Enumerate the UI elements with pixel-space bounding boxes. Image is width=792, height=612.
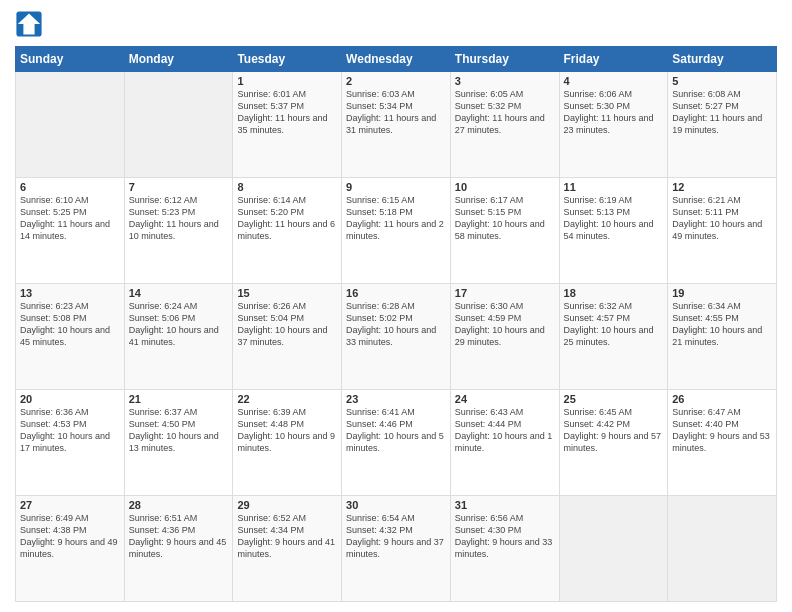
- calendar-cell: 24Sunrise: 6:43 AM Sunset: 4:44 PM Dayli…: [450, 390, 559, 496]
- day-info: Sunrise: 6:43 AM Sunset: 4:44 PM Dayligh…: [455, 406, 555, 455]
- calendar-cell: 8Sunrise: 6:14 AM Sunset: 5:20 PM Daylig…: [233, 178, 342, 284]
- day-info: Sunrise: 6:41 AM Sunset: 4:46 PM Dayligh…: [346, 406, 446, 455]
- day-info: Sunrise: 6:08 AM Sunset: 5:27 PM Dayligh…: [672, 88, 772, 137]
- day-info: Sunrise: 6:14 AM Sunset: 5:20 PM Dayligh…: [237, 194, 337, 243]
- day-info: Sunrise: 6:47 AM Sunset: 4:40 PM Dayligh…: [672, 406, 772, 455]
- day-number: 8: [237, 181, 337, 193]
- day-info: Sunrise: 6:37 AM Sunset: 4:50 PM Dayligh…: [129, 406, 229, 455]
- day-number: 23: [346, 393, 446, 405]
- day-info: Sunrise: 6:01 AM Sunset: 5:37 PM Dayligh…: [237, 88, 337, 137]
- day-info: Sunrise: 6:10 AM Sunset: 5:25 PM Dayligh…: [20, 194, 120, 243]
- calendar-cell: 4Sunrise: 6:06 AM Sunset: 5:30 PM Daylig…: [559, 72, 668, 178]
- day-number: 3: [455, 75, 555, 87]
- day-number: 14: [129, 287, 229, 299]
- calendar-cell: 9Sunrise: 6:15 AM Sunset: 5:18 PM Daylig…: [342, 178, 451, 284]
- calendar-cell: 28Sunrise: 6:51 AM Sunset: 4:36 PM Dayli…: [124, 496, 233, 602]
- calendar-cell: 31Sunrise: 6:56 AM Sunset: 4:30 PM Dayli…: [450, 496, 559, 602]
- day-number: 16: [346, 287, 446, 299]
- day-header-sunday: Sunday: [16, 47, 125, 72]
- day-info: Sunrise: 6:15 AM Sunset: 5:18 PM Dayligh…: [346, 194, 446, 243]
- day-info: Sunrise: 6:23 AM Sunset: 5:08 PM Dayligh…: [20, 300, 120, 349]
- day-header-friday: Friday: [559, 47, 668, 72]
- day-number: 20: [20, 393, 120, 405]
- day-info: Sunrise: 6:19 AM Sunset: 5:13 PM Dayligh…: [564, 194, 664, 243]
- day-info: Sunrise: 6:51 AM Sunset: 4:36 PM Dayligh…: [129, 512, 229, 561]
- calendar-cell: 29Sunrise: 6:52 AM Sunset: 4:34 PM Dayli…: [233, 496, 342, 602]
- calendar-cell: 6Sunrise: 6:10 AM Sunset: 5:25 PM Daylig…: [16, 178, 125, 284]
- calendar-cell: 22Sunrise: 6:39 AM Sunset: 4:48 PM Dayli…: [233, 390, 342, 496]
- calendar-cell: 10Sunrise: 6:17 AM Sunset: 5:15 PM Dayli…: [450, 178, 559, 284]
- day-number: 17: [455, 287, 555, 299]
- calendar-table: SundayMondayTuesdayWednesdayThursdayFrid…: [15, 46, 777, 602]
- calendar-cell: 7Sunrise: 6:12 AM Sunset: 5:23 PM Daylig…: [124, 178, 233, 284]
- day-number: 27: [20, 499, 120, 511]
- calendar-week-row: 27Sunrise: 6:49 AM Sunset: 4:38 PM Dayli…: [16, 496, 777, 602]
- day-number: 9: [346, 181, 446, 193]
- calendar-cell: 19Sunrise: 6:34 AM Sunset: 4:55 PM Dayli…: [668, 284, 777, 390]
- calendar-cell: 21Sunrise: 6:37 AM Sunset: 4:50 PM Dayli…: [124, 390, 233, 496]
- calendar-cell: 1Sunrise: 6:01 AM Sunset: 5:37 PM Daylig…: [233, 72, 342, 178]
- day-header-thursday: Thursday: [450, 47, 559, 72]
- day-number: 1: [237, 75, 337, 87]
- calendar-cell: [16, 72, 125, 178]
- calendar-cell: 17Sunrise: 6:30 AM Sunset: 4:59 PM Dayli…: [450, 284, 559, 390]
- day-number: 10: [455, 181, 555, 193]
- day-info: Sunrise: 6:52 AM Sunset: 4:34 PM Dayligh…: [237, 512, 337, 561]
- day-number: 30: [346, 499, 446, 511]
- calendar-week-row: 6Sunrise: 6:10 AM Sunset: 5:25 PM Daylig…: [16, 178, 777, 284]
- day-number: 19: [672, 287, 772, 299]
- day-header-monday: Monday: [124, 47, 233, 72]
- day-info: Sunrise: 6:32 AM Sunset: 4:57 PM Dayligh…: [564, 300, 664, 349]
- day-number: 12: [672, 181, 772, 193]
- calendar-cell: 30Sunrise: 6:54 AM Sunset: 4:32 PM Dayli…: [342, 496, 451, 602]
- page-header: [15, 10, 777, 38]
- day-number: 13: [20, 287, 120, 299]
- day-number: 5: [672, 75, 772, 87]
- day-info: Sunrise: 6:21 AM Sunset: 5:11 PM Dayligh…: [672, 194, 772, 243]
- day-info: Sunrise: 6:39 AM Sunset: 4:48 PM Dayligh…: [237, 406, 337, 455]
- day-number: 22: [237, 393, 337, 405]
- day-number: 28: [129, 499, 229, 511]
- calendar-week-row: 13Sunrise: 6:23 AM Sunset: 5:08 PM Dayli…: [16, 284, 777, 390]
- day-header-wednesday: Wednesday: [342, 47, 451, 72]
- calendar-cell: 20Sunrise: 6:36 AM Sunset: 4:53 PM Dayli…: [16, 390, 125, 496]
- day-number: 31: [455, 499, 555, 511]
- day-number: 24: [455, 393, 555, 405]
- day-number: 11: [564, 181, 664, 193]
- day-number: 29: [237, 499, 337, 511]
- calendar-cell: 12Sunrise: 6:21 AM Sunset: 5:11 PM Dayli…: [668, 178, 777, 284]
- calendar-week-row: 20Sunrise: 6:36 AM Sunset: 4:53 PM Dayli…: [16, 390, 777, 496]
- day-header-saturday: Saturday: [668, 47, 777, 72]
- day-info: Sunrise: 6:28 AM Sunset: 5:02 PM Dayligh…: [346, 300, 446, 349]
- calendar-header-row: SundayMondayTuesdayWednesdayThursdayFrid…: [16, 47, 777, 72]
- calendar-cell: 2Sunrise: 6:03 AM Sunset: 5:34 PM Daylig…: [342, 72, 451, 178]
- calendar-cell: 15Sunrise: 6:26 AM Sunset: 5:04 PM Dayli…: [233, 284, 342, 390]
- day-number: 26: [672, 393, 772, 405]
- day-number: 4: [564, 75, 664, 87]
- calendar-cell: 18Sunrise: 6:32 AM Sunset: 4:57 PM Dayli…: [559, 284, 668, 390]
- calendar-cell: 3Sunrise: 6:05 AM Sunset: 5:32 PM Daylig…: [450, 72, 559, 178]
- logo: [15, 10, 47, 38]
- day-info: Sunrise: 6:24 AM Sunset: 5:06 PM Dayligh…: [129, 300, 229, 349]
- day-info: Sunrise: 6:05 AM Sunset: 5:32 PM Dayligh…: [455, 88, 555, 137]
- day-info: Sunrise: 6:17 AM Sunset: 5:15 PM Dayligh…: [455, 194, 555, 243]
- day-info: Sunrise: 6:12 AM Sunset: 5:23 PM Dayligh…: [129, 194, 229, 243]
- day-info: Sunrise: 6:34 AM Sunset: 4:55 PM Dayligh…: [672, 300, 772, 349]
- calendar-cell: 13Sunrise: 6:23 AM Sunset: 5:08 PM Dayli…: [16, 284, 125, 390]
- day-number: 21: [129, 393, 229, 405]
- day-number: 15: [237, 287, 337, 299]
- calendar-cell: [668, 496, 777, 602]
- calendar-cell: 26Sunrise: 6:47 AM Sunset: 4:40 PM Dayli…: [668, 390, 777, 496]
- calendar-cell: 14Sunrise: 6:24 AM Sunset: 5:06 PM Dayli…: [124, 284, 233, 390]
- calendar-cell: 25Sunrise: 6:45 AM Sunset: 4:42 PM Dayli…: [559, 390, 668, 496]
- calendar-cell: 16Sunrise: 6:28 AM Sunset: 5:02 PM Dayli…: [342, 284, 451, 390]
- day-number: 25: [564, 393, 664, 405]
- calendar-cell: 11Sunrise: 6:19 AM Sunset: 5:13 PM Dayli…: [559, 178, 668, 284]
- day-info: Sunrise: 6:36 AM Sunset: 4:53 PM Dayligh…: [20, 406, 120, 455]
- calendar-cell: 23Sunrise: 6:41 AM Sunset: 4:46 PM Dayli…: [342, 390, 451, 496]
- day-number: 2: [346, 75, 446, 87]
- calendar-cell: [124, 72, 233, 178]
- day-number: 7: [129, 181, 229, 193]
- day-info: Sunrise: 6:49 AM Sunset: 4:38 PM Dayligh…: [20, 512, 120, 561]
- day-info: Sunrise: 6:45 AM Sunset: 4:42 PM Dayligh…: [564, 406, 664, 455]
